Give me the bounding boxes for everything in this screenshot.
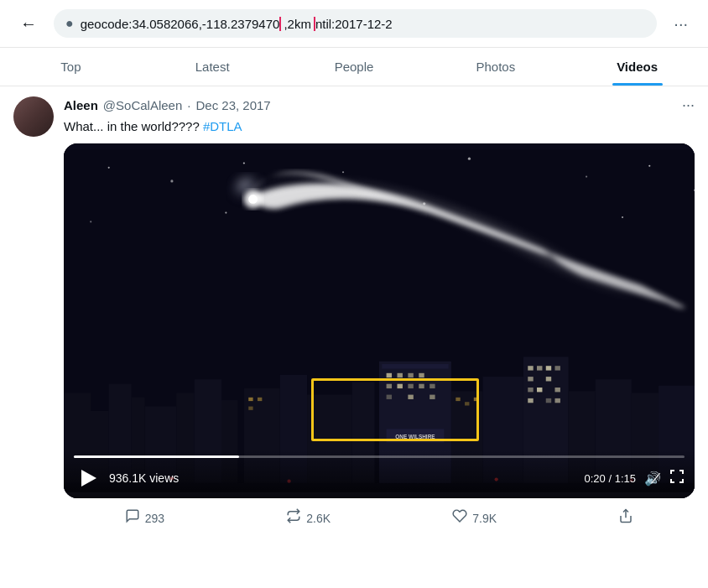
controls-left: 936.1K views xyxy=(74,465,179,492)
svg-rect-61 xyxy=(554,388,560,392)
search-query-after: ntil:2017-12-2 xyxy=(315,17,393,31)
tweet-text-content: What... in the world???? xyxy=(64,119,203,133)
tab-top[interactable]: Top xyxy=(0,48,142,86)
time-total: 1:15 xyxy=(615,472,636,485)
play-icon xyxy=(81,470,96,487)
header: ← ● geocode:34.0582066,-118.2379470,2kmn… xyxy=(0,0,708,48)
volume-button[interactable]: 🔊̸ xyxy=(644,471,661,487)
video-content-svg: ONE WILSHIRE xyxy=(64,143,695,498)
video-progress-bar[interactable] xyxy=(74,455,685,458)
retweet-icon xyxy=(286,508,301,528)
svg-rect-64 xyxy=(554,398,560,403)
avatar xyxy=(13,96,54,137)
search-query-before: geocode:34.0582066,-118.2379470 xyxy=(81,17,280,31)
svg-rect-26 xyxy=(258,398,262,401)
svg-point-1 xyxy=(108,167,110,169)
tweet-content: Aleen @SoCalAleen · Dec 23, 2017 ··· Wha… xyxy=(64,96,695,531)
svg-rect-36 xyxy=(419,373,424,377)
svg-point-2 xyxy=(170,180,173,182)
play-button[interactable] xyxy=(74,465,101,492)
search-bar[interactable]: ● geocode:34.0582066,-118.2379470,2kmnti… xyxy=(54,9,657,38)
svg-rect-34 xyxy=(397,373,402,377)
svg-point-6 xyxy=(586,176,587,178)
tab-videos[interactable]: Videos xyxy=(566,48,708,86)
retweet-action[interactable]: 2.6K xyxy=(286,508,331,528)
svg-rect-63 xyxy=(546,398,551,403)
tweet-header: Aleen @SoCalAleen · Dec 23, 2017 ··· xyxy=(64,96,695,114)
video-controls: 936.1K views 0:20 / 1:15 🔊̸ xyxy=(64,449,695,498)
svg-rect-60 xyxy=(537,388,542,392)
tweet-actions: 293 2.6K 7. xyxy=(64,498,695,531)
video-time: 0:20 / 1:15 xyxy=(585,472,636,485)
tweet: Aleen @SoCalAleen · Dec 23, 2017 ··· Wha… xyxy=(0,86,708,541)
svg-point-10 xyxy=(225,212,226,214)
like-count: 7.9K xyxy=(472,512,497,525)
retweet-count: 2.6K xyxy=(306,512,331,525)
tweet-text: What... in the world???? #DTLA xyxy=(64,117,695,135)
tweet-hashtag[interactable]: #DTLA xyxy=(203,119,242,133)
svg-rect-35 xyxy=(408,373,413,377)
reply-icon xyxy=(125,508,140,528)
time-current: 0:20 xyxy=(585,472,606,485)
svg-rect-25 xyxy=(248,398,252,401)
tab-people[interactable]: People xyxy=(284,48,425,86)
svg-rect-54 xyxy=(537,366,542,370)
tab-photos[interactable]: Photos xyxy=(424,48,566,86)
svg-point-5 xyxy=(468,158,471,160)
reply-count: 293 xyxy=(145,512,164,525)
controls-right: 0:20 / 1:15 🔊̸ xyxy=(585,469,685,487)
svg-rect-53 xyxy=(528,366,533,370)
search-icon: ● xyxy=(65,16,74,31)
svg-rect-33 xyxy=(387,373,392,377)
reply-action[interactable]: 293 xyxy=(125,508,164,528)
share-icon xyxy=(618,508,633,528)
svg-rect-56 xyxy=(554,366,560,370)
tweet-date: Dec 23, 2017 xyxy=(195,98,270,112)
svg-point-12 xyxy=(622,216,623,218)
video-scene: ONE WILSHIRE xyxy=(64,143,695,498)
like-icon xyxy=(452,508,467,528)
tab-latest[interactable]: Latest xyxy=(142,48,284,86)
svg-rect-59 xyxy=(528,388,533,392)
views-count: 936.1K views xyxy=(109,471,179,485)
svg-point-3 xyxy=(243,162,245,164)
like-action[interactable]: 7.9K xyxy=(452,508,497,528)
time-separator: / xyxy=(608,472,614,485)
svg-rect-62 xyxy=(528,398,533,403)
tweet-user-info: Aleen @SoCalAleen · Dec 23, 2017 xyxy=(64,98,271,112)
svg-rect-27 xyxy=(248,407,252,410)
svg-rect-58 xyxy=(546,377,551,381)
header-more-button[interactable]: ··· xyxy=(667,11,695,37)
tweet-author-name: Aleen xyxy=(64,98,98,112)
video-player[interactable]: ONE WILSHIRE xyxy=(64,143,695,498)
video-controls-row: 936.1K views 0:20 / 1:15 🔊̸ xyxy=(74,465,685,492)
svg-rect-57 xyxy=(528,377,533,381)
search-query-highlight: ,2km xyxy=(279,17,315,31)
svg-point-9 xyxy=(90,221,91,222)
tabs-bar: Top Latest People Photos Videos xyxy=(0,48,708,86)
svg-point-4 xyxy=(342,171,344,173)
svg-rect-55 xyxy=(546,366,551,370)
tweet-author-handle: @SoCalAleen xyxy=(103,98,182,112)
search-query-text: geocode:34.0582066,-118.2379470,2kmntil:… xyxy=(81,17,646,31)
avatar-image xyxy=(13,96,54,137)
video-progress-fill xyxy=(74,455,239,458)
tweet-separator: · xyxy=(187,98,190,112)
highlight-box xyxy=(311,378,479,441)
svg-point-7 xyxy=(648,165,650,167)
back-icon: ← xyxy=(20,14,37,34)
share-action[interactable] xyxy=(618,508,633,528)
tweet-more-button[interactable]: ··· xyxy=(682,96,695,114)
back-button[interactable]: ← xyxy=(13,8,44,39)
svg-rect-32 xyxy=(382,364,448,368)
fullscreen-button[interactable] xyxy=(669,469,685,487)
